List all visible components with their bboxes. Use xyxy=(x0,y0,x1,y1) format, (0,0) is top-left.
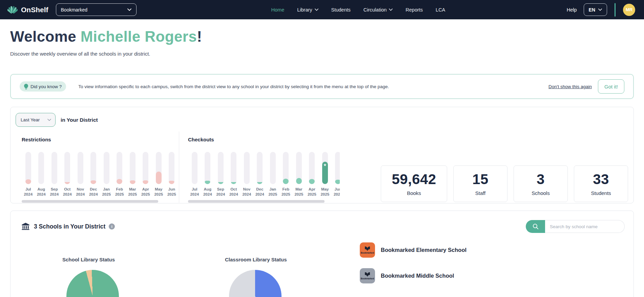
stat-card-schools: 3Schools xyxy=(514,165,568,202)
bar-capsules xyxy=(22,152,178,184)
school-list-item[interactable]: BookmarkedBookmarked Middle School xyxy=(360,268,466,283)
x-axis-label: May2025 xyxy=(318,187,332,197)
bar-jan-2025[interactable] xyxy=(266,152,279,184)
x-axis-label: Jul2024 xyxy=(188,187,201,197)
checkouts-chart-title: Checkouts xyxy=(188,137,340,143)
got-it-button[interactable]: Got it! xyxy=(598,79,624,94)
bar-nov-2024[interactable] xyxy=(240,152,253,184)
info-icon[interactable]: i xyxy=(109,223,115,230)
nav-item-home[interactable]: Home xyxy=(271,7,285,13)
stat-label: Books xyxy=(407,190,421,196)
x-axis-label: Dec2024 xyxy=(253,187,267,197)
bar-track xyxy=(51,152,57,184)
bar-oct-2024[interactable] xyxy=(227,152,241,184)
x-axis-label: Apr2025 xyxy=(139,187,152,197)
user-avatar[interactable]: MR xyxy=(623,4,635,16)
bar-fill xyxy=(205,181,210,184)
bar-sep-2024[interactable] xyxy=(48,152,61,184)
bar-oct-2024[interactable] xyxy=(61,152,74,184)
district-selector[interactable]: Bookmarked xyxy=(56,3,137,16)
chart-scrollbar[interactable] xyxy=(22,200,173,203)
bar-track xyxy=(270,152,276,184)
nav-item-library[interactable]: Library xyxy=(297,7,318,13)
x-axis-label: May2025 xyxy=(152,187,165,197)
bar-mar-2025[interactable] xyxy=(126,152,139,184)
bar-aug-2024[interactable] xyxy=(35,152,48,184)
bar-track xyxy=(296,152,302,184)
nav-item-lca[interactable]: LCA xyxy=(436,7,445,13)
bar-dec-2024[interactable] xyxy=(253,152,267,184)
bar-fill xyxy=(283,179,289,184)
stat-value: 33 xyxy=(593,171,609,187)
period-selector[interactable]: Last Year xyxy=(16,113,56,127)
nav-item-students[interactable]: Students xyxy=(331,7,351,13)
x-axis-labels: Jul2024Aug2024Sep2024Oct2024Nov2024Dec20… xyxy=(188,187,340,197)
bar-track xyxy=(64,152,70,184)
schools-header: 3 Schools in Your District i xyxy=(11,211,633,233)
chart-scrollbar-thumb[interactable] xyxy=(22,200,158,203)
bar-feb-2025[interactable] xyxy=(279,152,293,184)
bar-jun-2025[interactable] xyxy=(165,152,179,184)
stat-card-students: 33Students xyxy=(574,165,628,202)
checkouts-chart: Checkouts ★Jul2024Aug2024Sep2024Oct2024N… xyxy=(188,132,340,203)
school-library-status-title: School Library Status xyxy=(62,257,184,262)
chart-scrollbar-thumb[interactable] xyxy=(188,200,325,203)
schools-content: School Library Status ! Empty Library (0… xyxy=(11,238,633,297)
bar-may-2025[interactable] xyxy=(152,152,165,184)
bar-apr-2025[interactable] xyxy=(306,152,319,184)
bar-track xyxy=(205,152,210,184)
bar-jun-2025[interactable] xyxy=(332,152,340,184)
help-link[interactable]: Help xyxy=(567,7,577,13)
x-axis-label: Oct2024 xyxy=(61,187,74,197)
bar-dec-2024[interactable] xyxy=(87,152,100,184)
bar-feb-2025[interactable] xyxy=(113,152,126,184)
brand-name: OnShelf xyxy=(21,6,48,14)
bar-jul-2024[interactable] xyxy=(22,152,35,184)
period-suffix-label: in Your District xyxy=(61,117,98,123)
bar-jan-2025[interactable] xyxy=(100,152,113,184)
chevron-down-icon xyxy=(598,8,602,11)
chart-scrollbar[interactable] xyxy=(188,200,340,203)
x-axis-label: Jun2025 xyxy=(165,187,179,197)
language-selector[interactable]: EN xyxy=(584,3,607,16)
x-axis-label: Jul2024 xyxy=(22,187,35,197)
search-input[interactable] xyxy=(545,220,625,233)
bar-track xyxy=(335,152,340,184)
school-logo-icon: Bookmarked xyxy=(360,268,375,283)
bar-track xyxy=(25,152,31,184)
stat-card-staff: 15Staff xyxy=(453,165,507,202)
x-axis-label: Sep2024 xyxy=(48,187,61,197)
dont-show-again-link[interactable]: Don't show this again xyxy=(548,84,592,89)
school-library-status-pie xyxy=(66,270,119,297)
search-button[interactable] xyxy=(526,220,545,233)
pie-row: ! Empty Library (5) xyxy=(184,270,347,297)
bar-jul-2024[interactable] xyxy=(188,152,201,184)
navbar-divider xyxy=(615,3,616,17)
nav-item-label: Home xyxy=(271,7,285,13)
bar-track xyxy=(218,152,224,184)
nav-item-reports[interactable]: Reports xyxy=(406,7,423,13)
schools-card: 3 Schools in Your District i School Libr… xyxy=(10,211,634,297)
x-axis-label: Jun2025 xyxy=(332,187,340,197)
nav-item-circulation[interactable]: Circulation xyxy=(363,7,393,13)
stat-label: Staff xyxy=(475,190,486,196)
bar-nov-2024[interactable] xyxy=(74,152,87,184)
bar-fill xyxy=(169,181,174,184)
bar-fill xyxy=(309,179,315,184)
stat-card-books: 59,642Books xyxy=(381,165,447,202)
bar-may-2025[interactable]: ★ xyxy=(318,152,332,184)
bar-aug-2024[interactable] xyxy=(201,152,214,184)
bar-track xyxy=(169,152,174,184)
bar-apr-2025[interactable] xyxy=(139,152,152,184)
school-library-legend: ! Empty Library (0) xyxy=(126,285,175,297)
bar-mar-2025[interactable] xyxy=(292,152,306,184)
bar-track xyxy=(309,152,315,184)
x-axis-label: Nov2024 xyxy=(74,187,87,197)
nav-item-label: Library xyxy=(297,7,312,13)
chevron-down-icon xyxy=(389,8,393,11)
bar-sep-2024[interactable] xyxy=(214,152,227,184)
school-logo-label: Bookmarked xyxy=(361,277,374,280)
did-you-know-banner: Did you know ? To view information speci… xyxy=(10,74,634,99)
school-list-item[interactable]: BookmarkedBookmarked Elementary School xyxy=(360,242,466,258)
greeting-suffix: ! xyxy=(197,28,202,45)
